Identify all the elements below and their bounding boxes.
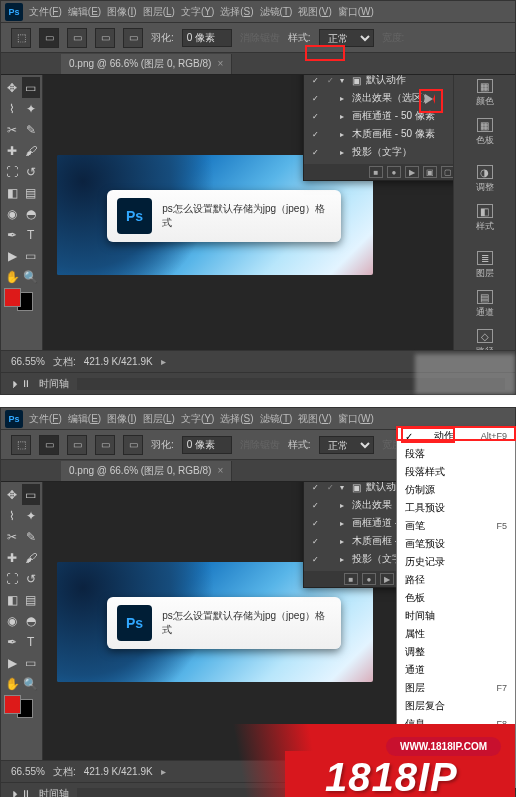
shape-tool-icon[interactable]: ▭ bbox=[22, 652, 41, 673]
menu-window[interactable]: 窗口(W) bbox=[338, 412, 374, 426]
menu-item[interactable]: 时间轴 bbox=[397, 607, 515, 625]
menu-file[interactable]: 文件(F) bbox=[29, 5, 62, 19]
action-row[interactable]: ▸投影（文字） bbox=[307, 143, 453, 161]
foreground-color-swatch[interactable] bbox=[4, 695, 21, 714]
eraser-tool-icon[interactable]: ◧ bbox=[3, 589, 22, 610]
menu-item[interactable]: 仿制源 bbox=[397, 481, 515, 499]
adjust-panel-icon[interactable]: ◑调整 bbox=[460, 165, 510, 194]
menu-view[interactable]: 视图(V) bbox=[298, 412, 331, 426]
path-select-tool-icon[interactable]: ▶ bbox=[3, 652, 22, 673]
zoom-tool-icon[interactable]: 🔍 bbox=[22, 266, 41, 287]
action-folder-row[interactable]: ▾▣默认动作 bbox=[307, 75, 453, 89]
pen-tool-icon[interactable]: ✒ bbox=[3, 224, 22, 245]
menu-layer[interactable]: 图层(L) bbox=[143, 412, 175, 426]
check-icon[interactable] bbox=[310, 536, 320, 546]
zoom-display[interactable]: 66.55% bbox=[11, 766, 45, 777]
move-tool-icon[interactable]: ✥ bbox=[3, 77, 22, 98]
hand-tool-icon[interactable]: ✋ bbox=[3, 266, 22, 287]
play-icon[interactable]: ▶ bbox=[380, 573, 394, 585]
wand-tool-icon[interactable]: ✦ bbox=[22, 505, 41, 526]
crop-tool-icon[interactable]: ✂ bbox=[3, 119, 22, 140]
stop-icon[interactable]: ■ bbox=[369, 166, 383, 178]
tool-preset-icon[interactable]: ⬚ bbox=[11, 28, 31, 48]
menu-filter[interactable]: 滤镜(T) bbox=[260, 412, 293, 426]
tool-preset-icon[interactable]: ⬚ bbox=[11, 435, 31, 455]
eyedropper-tool-icon[interactable]: ✎ bbox=[22, 119, 41, 140]
lasso-tool-icon[interactable]: ⌇ bbox=[3, 98, 22, 119]
brush-tool-icon[interactable]: 🖌 bbox=[22, 547, 41, 568]
menu-item[interactable]: 画笔预设 bbox=[397, 535, 515, 553]
feather-input[interactable] bbox=[182, 436, 232, 454]
check-icon[interactable] bbox=[310, 518, 320, 528]
menu-select[interactable]: 选择(S) bbox=[220, 5, 253, 19]
record-icon[interactable]: ● bbox=[362, 573, 376, 585]
status-menu-icon[interactable]: ▸ bbox=[161, 766, 166, 777]
marquee-tool-icon[interactable]: ▭ bbox=[22, 484, 41, 505]
document-tab[interactable]: 0.png @ 66.6% (图层 0, RGB/8) × bbox=[61, 461, 232, 481]
menu-item[interactable]: 工具预设 bbox=[397, 499, 515, 517]
gradient-tool-icon[interactable]: ▤ bbox=[22, 589, 41, 610]
crop-tool-icon[interactable]: ✂ bbox=[3, 526, 22, 547]
channels-panel-icon[interactable]: ▤通道 bbox=[460, 290, 510, 319]
blur-tool-icon[interactable]: ◉ bbox=[3, 203, 22, 224]
foreground-color-swatch[interactable] bbox=[4, 288, 21, 307]
type-tool-icon[interactable]: T bbox=[22, 224, 41, 245]
layers-panel-icon[interactable]: ≣图层 bbox=[460, 251, 510, 280]
color-panel-icon[interactable]: ▦颜色 bbox=[460, 79, 510, 108]
heal-tool-icon[interactable]: ✚ bbox=[3, 140, 22, 161]
zoom-display[interactable]: 66.55% bbox=[11, 356, 45, 367]
wand-tool-icon[interactable]: ✦ bbox=[22, 98, 41, 119]
hand-tool-icon[interactable]: ✋ bbox=[3, 673, 22, 694]
style-select[interactable]: 正常 bbox=[319, 29, 374, 47]
menu-type[interactable]: 文字(Y) bbox=[181, 412, 214, 426]
dialog-toggle-icon[interactable] bbox=[325, 75, 335, 85]
eraser-tool-icon[interactable]: ◧ bbox=[3, 182, 22, 203]
action-row[interactable]: ▸木质画框 - 50 像素 bbox=[307, 125, 453, 143]
document-tab[interactable]: 0.png @ 66.6% (图层 0, RGB/8) × bbox=[61, 54, 232, 74]
marquee-add-icon[interactable]: ▭ bbox=[67, 435, 87, 455]
dodge-tool-icon[interactable]: ◓ bbox=[22, 203, 41, 224]
menu-edit[interactable]: 编辑(E) bbox=[68, 5, 101, 19]
path-select-tool-icon[interactable]: ▶ bbox=[3, 245, 22, 266]
check-icon[interactable] bbox=[310, 500, 320, 510]
menu-filter[interactable]: 滤镜(T) bbox=[260, 5, 293, 19]
check-icon[interactable] bbox=[310, 554, 320, 564]
play-action-icon[interactable] bbox=[425, 94, 435, 104]
new-set-icon[interactable]: ▣ bbox=[423, 166, 437, 178]
menu-item[interactable]: 通道 bbox=[397, 661, 515, 679]
shape-tool-icon[interactable]: ▭ bbox=[22, 245, 41, 266]
record-icon[interactable]: ● bbox=[387, 166, 401, 178]
stamp-tool-icon[interactable]: ⛶ bbox=[3, 568, 22, 589]
check-icon[interactable] bbox=[310, 75, 320, 85]
check-icon[interactable] bbox=[310, 482, 320, 492]
marquee-intersect-icon[interactable]: ▭ bbox=[123, 435, 143, 455]
canvas[interactable]: Ps ps怎么设置默认存储为jpg（jpeg）格式 历史记录 动作 ▾▣默认动作… bbox=[43, 75, 453, 372]
menu-layer[interactable]: 图层(L) bbox=[143, 5, 175, 19]
marquee-add-icon[interactable]: ▭ bbox=[67, 28, 87, 48]
check-icon[interactable] bbox=[310, 93, 320, 103]
check-icon[interactable] bbox=[310, 129, 320, 139]
menu-select[interactable]: 选择(S) bbox=[220, 412, 253, 426]
menu-image[interactable]: 图像(I) bbox=[107, 5, 136, 19]
stop-icon[interactable]: ■ bbox=[344, 573, 358, 585]
menu-item[interactable]: 历史记录 bbox=[397, 553, 515, 571]
check-icon[interactable] bbox=[310, 111, 320, 121]
menu-window[interactable]: 窗口(W) bbox=[338, 5, 374, 19]
blur-tool-icon[interactable]: ◉ bbox=[3, 610, 22, 631]
close-icon[interactable]: × bbox=[217, 58, 223, 69]
marquee-rect-icon[interactable]: ▭ bbox=[39, 28, 59, 48]
heal-tool-icon[interactable]: ✚ bbox=[3, 547, 22, 568]
menu-item[interactable]: 色板 bbox=[397, 589, 515, 607]
timeline-toggle-icon[interactable]: ⏵⏸ bbox=[11, 378, 31, 389]
menu-image[interactable]: 图像(I) bbox=[107, 412, 136, 426]
history-brush-tool-icon[interactable]: ↺ bbox=[22, 568, 41, 589]
menu-item[interactable]: 段落 bbox=[397, 445, 515, 463]
timeline-toggle-icon[interactable]: ⏵⏸ bbox=[11, 788, 31, 797]
marquee-tool-icon[interactable]: ▭ bbox=[22, 77, 41, 98]
pen-tool-icon[interactable]: ✒ bbox=[3, 631, 22, 652]
marquee-sub-icon[interactable]: ▭ bbox=[95, 28, 115, 48]
menu-item[interactable]: 路径 bbox=[397, 571, 515, 589]
stamp-tool-icon[interactable]: ⛶ bbox=[3, 161, 22, 182]
style-select[interactable]: 正常 bbox=[319, 436, 374, 454]
menu-item[interactable]: 图层F7 bbox=[397, 679, 515, 697]
